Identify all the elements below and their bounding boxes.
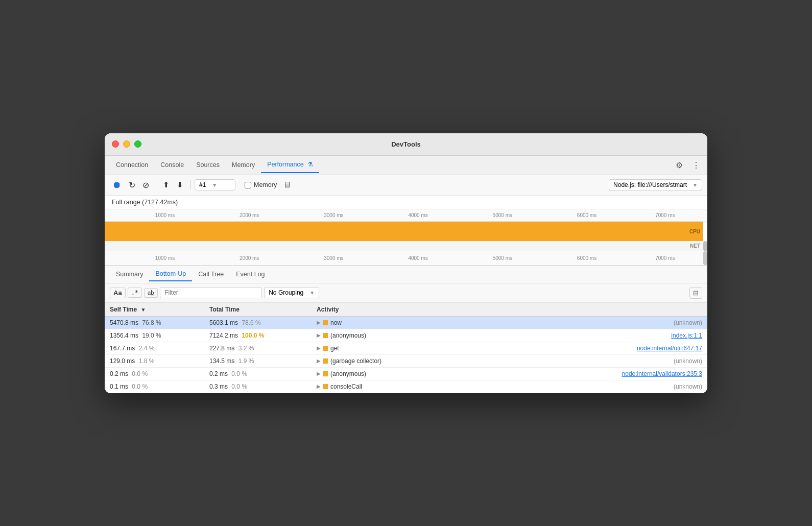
table-row[interactable]: 0.1 ms 0.0 % 0.3 ms 0.0 % ▶ consoleCall …	[105, 380, 707, 393]
total-time-cell: 227.8 ms 3.2 %	[204, 342, 312, 354]
memory-label: Memory	[254, 181, 277, 188]
case-sensitive-toggle[interactable]: ab̲	[144, 288, 158, 298]
total-time-header[interactable]: Total Time	[204, 303, 312, 317]
tab-sources[interactable]: Sources	[190, 157, 226, 173]
separator-1	[156, 180, 156, 190]
sidebar-toggle-button[interactable]: ⊟	[689, 287, 702, 299]
tab-bottom-up[interactable]: Bottom-Up	[149, 267, 192, 281]
tab-call-tree[interactable]: Call Tree	[192, 268, 230, 281]
tab-console[interactable]: Console	[154, 157, 190, 173]
profile-dropdown-arrow: ▼	[212, 182, 217, 188]
self-time-cell: 1356.4 ms 19.0 %	[105, 329, 204, 342]
target-dropdown-arrow: ▼	[692, 182, 698, 188]
tab-memory[interactable]: Memory	[226, 157, 261, 173]
btick-3000: 3000 ms	[324, 255, 343, 261]
tab-event-log[interactable]: Event Log	[230, 268, 271, 281]
font-size-toggle[interactable]: Aa	[110, 288, 126, 298]
btick-4000: 4000 ms	[408, 255, 427, 261]
tab-summary[interactable]: Summary	[110, 268, 149, 281]
activity-name: get	[330, 345, 339, 352]
memory-checkbox-group: Memory	[245, 181, 277, 188]
activity-cell: ▶ now (unknown)	[312, 316, 707, 329]
close-button[interactable]	[112, 140, 119, 148]
activity-source: (unknown)	[674, 357, 702, 365]
activity-name: consoleCall	[330, 383, 362, 390]
activity-cell: ▶ (garbage collector) (unknown)	[312, 354, 707, 367]
tick-1000: 1000 ms	[155, 212, 175, 218]
minimize-button[interactable]	[123, 140, 130, 148]
net-label: NET	[690, 243, 700, 249]
expand-arrow[interactable]: ▶	[317, 371, 321, 376]
tab-connection[interactable]: Connection	[110, 157, 154, 173]
tabs-bar: Connection Console Sources Memory Perfor…	[105, 156, 707, 175]
tab-performance[interactable]: Performance ⚗	[261, 157, 319, 173]
devtools-window: DevTools Connection Console Sources Memo…	[105, 133, 707, 393]
tick-7000: 7000 ms	[655, 212, 675, 218]
clear-button[interactable]: ⊘	[140, 179, 152, 192]
btick-7000: 7000 ms	[655, 255, 675, 261]
filter-bar: Aa .* ab̲ No Grouping ▼ ⊟	[105, 283, 707, 303]
data-table-wrapper: Self Time ▼ Total Time Activity 5470.8 m…	[105, 303, 707, 393]
cpu-label: CPU	[689, 228, 700, 234]
expand-arrow[interactable]: ▶	[317, 320, 321, 325]
window-title: DevTools	[391, 140, 421, 148]
table-row[interactable]: 167.7 ms 2.4 % 227.8 ms 3.2 % ▶ get node…	[105, 342, 707, 354]
profile-selector[interactable]: #1 ▼	[195, 179, 235, 190]
net-track-container: NET	[105, 241, 707, 251]
tick-6000: 6000 ms	[577, 212, 596, 218]
table-row[interactable]: 129.0 ms 1.8 % 134.5 ms 1.9 % ▶ (garbage…	[105, 354, 707, 367]
btick-2000: 2000 ms	[240, 255, 259, 261]
total-time-cell: 5603.1 ms 78.6 %	[204, 316, 312, 329]
activity-source[interactable]: node:internal/validators:235:3	[622, 370, 702, 377]
expand-arrow[interactable]: ▶	[317, 358, 321, 364]
activity-color-icon	[323, 333, 328, 338]
reload-button[interactable]: ↻	[126, 179, 138, 192]
self-time-cell: 129.0 ms 1.8 %	[105, 354, 204, 367]
filter-input[interactable]	[160, 287, 262, 298]
table-row[interactable]: 5470.8 ms 76.8 % 5603.1 ms 78.6 % ▶ now …	[105, 316, 707, 329]
activity-cell: ▶ get node:internal/util:647:17	[312, 342, 707, 354]
table-row[interactable]: 1356.4 ms 19.0 % 7124.2 ms 100.0 % ▶ (an…	[105, 329, 707, 342]
timeline-container: 1000 ms 2000 ms 3000 ms 4000 ms 5000 ms …	[105, 209, 707, 266]
table-row[interactable]: 0.2 ms 0.0 % 0.2 ms 0.0 % ▶ (anonymous) …	[105, 367, 707, 380]
settings-button[interactable]: ⚙	[674, 158, 685, 172]
titlebar: DevTools	[105, 133, 707, 156]
target-selector[interactable]: Node.js: file:///Users/stmart ▼	[609, 179, 702, 190]
download-button[interactable]: ⬇	[174, 179, 186, 191]
scrollbar[interactable]	[703, 241, 707, 251]
activity-color-icon	[323, 358, 328, 364]
activity-header: Activity	[312, 303, 707, 317]
analysis-tabs: Summary Bottom-Up Call Tree Event Log	[105, 266, 707, 283]
maximize-button[interactable]	[134, 140, 141, 148]
activity-cell: ▶ (anonymous) node:internal/validators:2…	[312, 367, 707, 380]
more-button[interactable]: ⋮	[690, 158, 702, 172]
upload-button[interactable]: ⬆	[160, 179, 172, 191]
activity-source: (unknown)	[674, 319, 702, 326]
screenshot-button[interactable]: 🖥	[283, 180, 291, 189]
memory-checkbox[interactable]	[245, 182, 251, 188]
activity-source[interactable]: node:internal/util:647:17	[637, 345, 702, 352]
self-time-header[interactable]: Self Time ▼	[105, 303, 204, 317]
separator-2	[190, 180, 190, 190]
tick-2000: 2000 ms	[240, 212, 259, 218]
timeline-scrollbar[interactable]	[703, 251, 707, 265]
table-header-row: Self Time ▼ Total Time Activity	[105, 303, 707, 317]
activity-source[interactable]: index.js:1:1	[671, 332, 702, 339]
timeline-ruler-bottom: 1000 ms 2000 ms 3000 ms 4000 ms 5000 ms …	[105, 251, 707, 266]
expand-arrow[interactable]: ▶	[317, 332, 321, 338]
expand-arrow[interactable]: ▶	[317, 384, 321, 389]
regex-toggle[interactable]: .*	[128, 288, 142, 298]
tick-5000: 5000 ms	[493, 212, 512, 218]
btick-1000: 1000 ms	[155, 255, 175, 261]
activity-color-icon	[323, 371, 328, 376]
grouping-selector[interactable]: No Grouping ▼	[264, 287, 319, 298]
grouping-arrow: ▼	[309, 290, 315, 296]
activity-name: (anonymous)	[330, 332, 366, 339]
record-button[interactable]: ⏺	[110, 178, 124, 192]
activity-source: (unknown)	[674, 383, 702, 390]
expand-arrow[interactable]: ▶	[317, 345, 321, 351]
total-time-cell: 134.5 ms 1.9 %	[204, 354, 312, 367]
activity-name: (garbage collector)	[330, 357, 381, 365]
tick-4000: 4000 ms	[408, 212, 427, 218]
performance-panel: Full range (7127.42ms) 1000 ms 2000 ms 3…	[105, 196, 707, 393]
